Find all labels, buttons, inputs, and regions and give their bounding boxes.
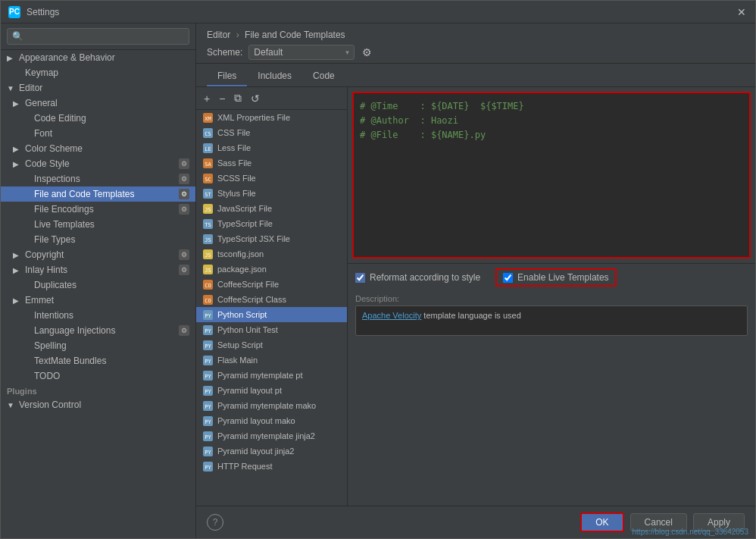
less-file-icon: LE: [202, 143, 213, 153]
description-rest: template language is used: [421, 311, 520, 320]
sidebar-item-code-style[interactable]: ▶Code Style⚙: [1, 156, 195, 171]
file-item-label: Pyramid mytemplate pt: [217, 371, 302, 380]
file-list-item[interactable]: PYPython Unit Test: [196, 322, 347, 337]
sidebar-item-spelling[interactable]: Spelling: [1, 338, 195, 353]
file-list-item[interactable]: JSTypeScript JSX File: [196, 231, 347, 246]
close-button[interactable]: ✕: [736, 6, 748, 18]
file-list-item[interactable]: JSpackage.json: [196, 262, 347, 277]
sidebar-item-todo[interactable]: TODO: [1, 368, 195, 384]
sidebar-item-live-templates[interactable]: Live Templates: [1, 217, 195, 232]
gear-button[interactable]: ⚙: [361, 45, 373, 60]
sidebar-item-duplicates[interactable]: Duplicates: [1, 277, 195, 293]
sidebar-item-appearance[interactable]: ▶Appearance & Behavior: [1, 50, 195, 65]
scss-file-icon: SC: [202, 173, 213, 183]
ts-file-icon: TS: [202, 218, 213, 229]
svg-text:PY: PY: [205, 374, 211, 380]
copy-button[interactable]: ⧉: [231, 90, 245, 106]
file-list-item[interactable]: COCoffeeScript Class: [196, 292, 347, 307]
apache-velocity-link[interactable]: Apache Velocity: [362, 311, 421, 320]
sass-file-icon: SA: [202, 158, 213, 168]
file-list: XMXML Properties FileCSCSS FileLELess Fi…: [196, 110, 347, 506]
sidebar-item-file-code-templates[interactable]: File and Code Templates⚙: [1, 186, 195, 202]
tab-includes[interactable]: Includes: [247, 67, 302, 86]
search-input[interactable]: [7, 28, 189, 45]
sidebar-item-keymap[interactable]: Keymap: [1, 65, 195, 80]
file-list-item[interactable]: XMXML Properties File: [196, 110, 347, 125]
file-list-item[interactable]: PYPyramid layout pt: [196, 383, 347, 398]
svg-text:PY: PY: [205, 389, 211, 395]
file-list-item[interactable]: PYPyramid mytemplate jinja2: [196, 428, 347, 443]
sidebar-item-textmate-bundles[interactable]: TextMate Bundles: [1, 353, 195, 368]
file-list-item[interactable]: TSTypeScript File: [196, 216, 347, 231]
sidebar-item-version-control[interactable]: ▼Version Control: [1, 397, 195, 412]
tabs-row: Files Includes Code: [196, 67, 755, 87]
file-item-label: Pyramid layout jinja2: [217, 447, 295, 456]
settings-badge-icon: ⚙: [179, 174, 189, 184]
sidebar-item-label: Code Editing: [34, 113, 86, 124]
file-list-item[interactable]: JSJavaScript File: [196, 201, 347, 216]
svg-text:CO: CO: [205, 298, 211, 304]
py-file-icon: PY: [202, 461, 213, 472]
search-box: [1, 24, 195, 50]
svg-text:JS: JS: [205, 207, 211, 213]
sidebar-item-general[interactable]: ▶General: [1, 96, 195, 111]
reformat-checkbox[interactable]: [355, 273, 365, 283]
svg-text:LE: LE: [205, 146, 211, 152]
scheme-select[interactable]: Default Project: [248, 45, 355, 60]
sidebar-item-file-encodings[interactable]: File Encodings⚙: [1, 202, 195, 217]
file-list-item[interactable]: JStsconfig.json: [196, 246, 347, 262]
tab-files[interactable]: Files: [207, 67, 247, 86]
sidebar-item-editor[interactable]: ▼Editor: [1, 80, 195, 96]
svg-text:PY: PY: [205, 404, 211, 410]
svg-text:JS: JS: [205, 252, 211, 259]
panel-body: + − ⧉ ↺ XMXML Properties FileCSCSS FileL…: [196, 87, 755, 506]
reset-button[interactable]: ↺: [248, 91, 263, 106]
live-templates-box: Enable Live Templates: [495, 268, 617, 287]
help-button[interactable]: ?: [207, 514, 223, 531]
file-list-item[interactable]: SCSCSS File: [196, 171, 347, 186]
sidebar-item-inspections[interactable]: Inspections⚙: [1, 171, 195, 186]
settings-badge-icon: ⚙: [179, 265, 189, 275]
sidebar-item-inlay-hints[interactable]: ▶Inlay Hints⚙: [1, 262, 195, 277]
sidebar-item-emmet[interactable]: ▶Emmet: [1, 293, 195, 308]
file-list-item[interactable]: SASass File: [196, 155, 347, 171]
settings-badge-icon: ⚙: [179, 189, 189, 199]
reformat-label: Reformat according to style: [370, 272, 480, 283]
file-list-item[interactable]: PYFlask Main: [196, 353, 347, 368]
file-list-item[interactable]: CSCSS File: [196, 125, 347, 140]
file-list-item[interactable]: PYPyramid layout mako: [196, 413, 347, 428]
live-templates-checkbox[interactable]: [503, 273, 513, 283]
settings-badge-icon: ⚙: [179, 158, 189, 169]
file-list-item[interactable]: PYPyramid layout jinja2: [196, 443, 347, 459]
add-button[interactable]: +: [201, 91, 213, 106]
tab-code[interactable]: Code: [302, 67, 345, 86]
file-list-item[interactable]: STStylus File: [196, 186, 347, 201]
file-item-label: HTTP Request: [217, 462, 273, 471]
file-list-item[interactable]: PYPyramid mytemplate pt: [196, 368, 347, 383]
file-list-item[interactable]: PYPyramid mytemplate mako: [196, 398, 347, 413]
sidebar-item-code-editing[interactable]: Code Editing: [1, 111, 195, 126]
sidebar-item-intentions[interactable]: Intentions: [1, 308, 195, 323]
sidebar-item-color-scheme[interactable]: ▶Color Scheme: [1, 141, 195, 156]
sidebar-item-copyright[interactable]: ▶Copyright⚙: [1, 247, 195, 262]
sidebar-item-file-types[interactable]: File Types: [1, 232, 195, 247]
remove-button[interactable]: −: [216, 91, 228, 106]
code-editor[interactable]: # @Time : ${DATE} ${$TIME}# @Author : Ha…: [352, 92, 751, 259]
sidebar-item-label: Live Templates: [34, 219, 95, 230]
coffee-file-icon: CO: [202, 279, 213, 290]
file-list-item[interactable]: PYSetup Script: [196, 337, 347, 353]
file-list-item[interactable]: PYPython Script: [196, 307, 347, 322]
file-list-item[interactable]: PYHTTP Request: [196, 459, 347, 474]
json-file-icon: JS: [202, 249, 213, 259]
ok-button[interactable]: OK: [580, 512, 623, 532]
sidebar-item-label: File and Code Templates: [34, 189, 135, 199]
arrow-icon: ▶: [13, 145, 22, 153]
file-item-label: Pyramid mytemplate mako: [217, 401, 316, 410]
sidebar-item-font[interactable]: Font: [1, 126, 195, 141]
sidebar-item-label: TextMate Bundles: [34, 356, 106, 366]
file-list-item[interactable]: LELess File: [196, 140, 347, 155]
sidebar-item-language-injections[interactable]: Language Injections⚙: [1, 323, 195, 338]
file-list-item[interactable]: COCoffeeScript File: [196, 277, 347, 292]
py-file-icon: PY: [202, 309, 213, 320]
svg-text:PY: PY: [205, 419, 211, 425]
